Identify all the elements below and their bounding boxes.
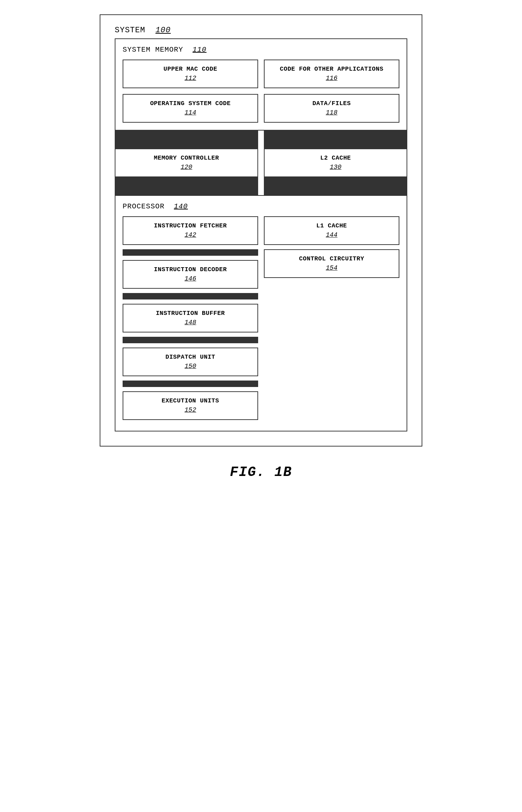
proc-vert-2	[123, 293, 258, 299]
system-box: SYSTEM 100 SYSTEM MEMORY 110 UPPER MAC C…	[100, 14, 422, 447]
dispatch-unit-box: DISPATCH UNIT 150	[123, 348, 258, 376]
connector-right-col	[264, 131, 407, 148]
system-memory-box: SYSTEM MEMORY 110 UPPER MAC CODE 112 COD…	[115, 38, 407, 131]
data-files-box: DATA/FILES 118	[264, 94, 399, 123]
proc-vert-3	[123, 337, 258, 343]
processor-left: INSTRUCTION FETCHER 142 INSTRUCTION DECO…	[123, 216, 258, 420]
figure-label: FIG. 1B	[230, 464, 292, 480]
processor-right: L1 CACHE 144 CONTROL CIRCUITRY 154	[264, 216, 399, 420]
instruction-decoder-label: INSTRUCTION DECODER	[154, 266, 227, 274]
proc-connector-2	[123, 293, 258, 299]
code-other-apps-num: 116	[326, 75, 337, 82]
os-code-num: 114	[185, 109, 196, 116]
os-code-box: OPERATING SYSTEM CODE 114	[123, 94, 258, 123]
instruction-fetcher-num: 142	[185, 231, 196, 239]
control-circuitry-num: 154	[326, 264, 337, 272]
upper-mac-code-label: UPPER MAC CODE	[163, 65, 217, 73]
processor-box: PROCESSOR 140 INSTRUCTION FETCHER 142	[115, 195, 407, 431]
processor-num: 140	[174, 202, 188, 211]
connector-left-col-2	[115, 177, 258, 195]
dispatch-unit-label: DISPATCH UNIT	[165, 353, 215, 361]
processor-label-text: PROCESSOR	[123, 202, 165, 211]
processor-label: PROCESSOR 140	[123, 202, 399, 211]
controllers-row: MEMORY CONTROLLER 120 L2 CACHE 130	[115, 148, 407, 177]
instruction-fetcher-box: INSTRUCTION FETCHER 142	[123, 216, 258, 245]
code-other-apps-box: CODE FOR OTHER APPLICATIONS 116	[264, 60, 399, 88]
l1-cache-label: L1 CACHE	[316, 222, 347, 230]
system-memory-label: SYSTEM MEMORY 110	[123, 46, 399, 54]
instruction-buffer-label: INSTRUCTION BUFFER	[156, 310, 225, 317]
instruction-buffer-box: INSTRUCTION BUFFER 148	[123, 304, 258, 332]
l2-cache-label: L2 CACHE	[320, 154, 351, 162]
proc-connector-4	[123, 381, 258, 387]
page-container: SYSTEM 100 SYSTEM MEMORY 110 UPPER MAC C…	[100, 14, 422, 480]
memory-controller-box: MEMORY CONTROLLER 120	[115, 148, 258, 177]
upper-mac-code-num: 112	[185, 75, 196, 82]
control-circuitry-box: CONTROL CIRCUITRY 154	[264, 249, 399, 278]
system-memory-num: 110	[193, 46, 207, 54]
memory-controller-label: MEMORY CONTROLLER	[154, 154, 219, 162]
proc-vert-1	[123, 249, 258, 256]
memory-grid: UPPER MAC CODE 112 CODE FOR OTHER APPLIC…	[123, 60, 399, 123]
system-memory-label-text: SYSTEM MEMORY	[123, 46, 183, 54]
code-other-apps-label: CODE FOR OTHER APPLICATIONS	[280, 65, 384, 73]
l2-cache-num: 130	[330, 164, 341, 171]
execution-units-num: 152	[185, 406, 196, 414]
instruction-decoder-box: INSTRUCTION DECODER 146	[123, 260, 258, 289]
vert-line-3	[115, 177, 258, 195]
control-circuitry-label: CONTROL CIRCUITRY	[299, 255, 364, 263]
proc-connector-3	[123, 337, 258, 343]
vert-line-1	[115, 131, 258, 148]
vert-line-4	[264, 177, 407, 195]
memory-controller-num: 120	[181, 164, 192, 171]
os-code-label: OPERATING SYSTEM CODE	[150, 100, 231, 108]
proc-vert-4	[123, 381, 258, 387]
instruction-buffer-num: 148	[185, 319, 196, 326]
upper-mac-code-box: UPPER MAC CODE 112	[123, 60, 258, 88]
data-files-label: DATA/FILES	[312, 100, 351, 108]
instruction-fetcher-label: INSTRUCTION FETCHER	[154, 222, 227, 230]
processor-grid: INSTRUCTION FETCHER 142 INSTRUCTION DECO…	[123, 216, 399, 420]
connector-ctrl-to-proc	[115, 177, 407, 195]
dispatch-unit-num: 150	[185, 363, 196, 370]
system-label-text: SYSTEM	[115, 26, 145, 35]
system-label: SYSTEM 100	[115, 26, 407, 35]
execution-units-box: EXECUTION UNITS 152	[123, 391, 258, 420]
connector-mem-to-ctrl	[115, 131, 407, 148]
proc-connector-1	[123, 249, 258, 256]
system-num: 100	[156, 26, 171, 35]
l2-cache-box: L2 CACHE 130	[264, 148, 407, 177]
l1-cache-box: L1 CACHE 144	[264, 216, 399, 245]
data-files-num: 118	[326, 109, 337, 116]
instruction-decoder-num: 146	[185, 275, 196, 282]
execution-units-label: EXECUTION UNITS	[162, 397, 219, 405]
l1-cache-num: 144	[326, 231, 337, 239]
vert-line-2	[264, 131, 407, 148]
connector-left-col	[115, 131, 258, 148]
connector-right-col-2	[264, 177, 407, 195]
